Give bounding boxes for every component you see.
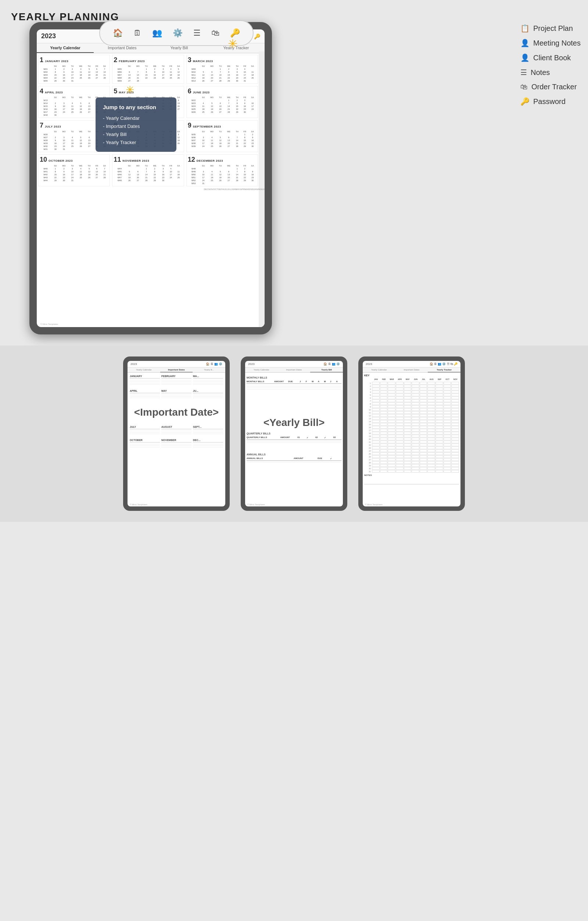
day-cell: 6: [85, 136, 93, 139]
day-cell: 25: [69, 111, 77, 114]
day-cell: 21: [143, 176, 150, 179]
week-label: W12: [188, 76, 200, 80]
index-label-jul[interactable]: JUL: [227, 187, 231, 191]
tab-yearly-calendar[interactable]: Yearly Calendar: [37, 43, 94, 53]
tracker-cell: [427, 385, 435, 387]
tracker-cell: [427, 458, 435, 461]
month-number: 12: [188, 156, 195, 164]
week-label: W48: [188, 167, 200, 170]
sidebar-item-project-plan[interactable]: 📋 Project Plan: [520, 24, 581, 33]
week-label: W24: [188, 105, 200, 108]
small-tab-yearly-cal-tracker[interactable]: Yearly Calendar: [363, 368, 396, 372]
tracker-cell: [396, 435, 404, 437]
day-col-header: TH: [233, 130, 241, 133]
small-tab-imp-dates-tracker[interactable]: Important Dates: [396, 368, 428, 372]
tracker-cell: [372, 420, 380, 423]
sidebar-item-client-book[interactable]: 👤 Client Book: [520, 53, 581, 62]
index-label-aug[interactable]: AUG: [222, 187, 227, 191]
week-row: W4322232425262728: [40, 176, 108, 179]
tracker-cell: [404, 429, 412, 431]
month-header-3: 3MARCH 2023: [188, 56, 257, 64]
tracker-cell: [380, 411, 388, 414]
day-cell: 28: [134, 80, 143, 82]
index-label-mar[interactable]: MAR: [244, 187, 249, 191]
small-tab-yearly-cal-bill[interactable]: Yearly Calendar: [245, 368, 278, 372]
day-cell: [224, 182, 233, 185]
week-label: W09: [188, 68, 200, 70]
tracker-cell: [420, 452, 427, 455]
day-cell: 2: [51, 136, 60, 139]
small-tab-yearly-bill[interactable]: Yearly Bill: [310, 368, 343, 372]
week-col-header: [188, 65, 200, 68]
tracker-cell: [435, 470, 443, 473]
tracker-cell: [396, 441, 404, 443]
annual-bills-header: ANNUAL BILLS AMOUNT DUE ✓: [247, 456, 341, 461]
index-label-nov[interactable]: NOV: [208, 187, 213, 191]
tracker-row: 9: [364, 405, 459, 408]
tracker-cell: [443, 441, 451, 443]
tracker-cell: [451, 388, 459, 390]
tracker-cell: [443, 405, 451, 408]
index-label-oct[interactable]: OCT: [213, 187, 218, 191]
mino-label-imp: © Mino Templates: [130, 503, 147, 506]
shop-icon[interactable]: 🛍: [211, 28, 219, 38]
small-tab-imp-dates[interactable]: Important Dates: [160, 368, 193, 372]
day-cell: 27: [125, 80, 134, 82]
small-tab-yearly-bill-imp[interactable]: Yearly B...: [192, 368, 225, 372]
day-cell: 27: [85, 111, 93, 114]
month-block-12: 12DECEMBER 2023SUMOTUWETHFRSAW4812W49345…: [186, 155, 258, 186]
small-tab-yearly-cal-imp[interactable]: Yearly Calendar: [127, 368, 160, 372]
tracker-cell: [404, 402, 412, 405]
tracker-cell: [420, 414, 427, 417]
day-col-header: TU: [217, 96, 224, 99]
week-col-header: [114, 65, 125, 68]
day-cell: 24: [160, 76, 167, 80]
tracker-cell: [388, 449, 396, 452]
day-cell: 2: [248, 133, 257, 136]
small-tab-imp-dates-bill[interactable]: Important Dates: [278, 368, 311, 372]
small-tabs-bill: Yearly Calendar Important Dates Yearly B…: [245, 368, 343, 373]
index-label-jun[interactable]: JUN: [231, 187, 236, 191]
index-label-jan[interactable]: JAN: [254, 187, 257, 191]
tracker-cell: [404, 382, 412, 384]
imp-col-apr-header: APRIL: [130, 390, 160, 393]
tracker-cell: [396, 429, 404, 431]
index-label-apr[interactable]: APR: [240, 187, 244, 191]
tracker-cell: [404, 420, 412, 423]
day-cell: [101, 179, 109, 182]
settings-icon[interactable]: ⚙️: [173, 28, 182, 38]
tracker-cell: [396, 452, 404, 455]
header-key-icon[interactable]: 🔑: [254, 33, 260, 39]
home-icon[interactable]: 🏠: [113, 28, 123, 38]
menu-icon[interactable]: ☰: [193, 28, 201, 38]
index-label-feb[interactable]: FEB: [249, 187, 254, 191]
tracker-aug: AUG: [428, 378, 435, 381]
day-cell: [248, 167, 257, 170]
week-label: W05: [40, 80, 51, 82]
sidebar-item-notes[interactable]: ☰ Notes: [520, 68, 581, 77]
day-cell: 20: [224, 142, 233, 145]
day-cell: 19: [85, 173, 93, 176]
people-icon[interactable]: 👥: [152, 28, 162, 38]
sidebar-item-meeting-notes[interactable]: 👤 Meeting Notes: [520, 39, 581, 47]
day-cell: 5: [76, 136, 85, 139]
day-cell: [85, 114, 93, 117]
calendar-icon[interactable]: 🗓: [134, 28, 142, 38]
index-label-dec[interactable]: DEC: [204, 187, 209, 191]
small-tab-yearly-tracker[interactable]: Yearly Tracker: [428, 368, 461, 372]
imp-col-aug-header: AUGUST: [161, 426, 191, 429]
day-cell: 2: [51, 102, 60, 105]
index-label-sep[interactable]: SEP: [218, 187, 222, 191]
tracker-jan: JAN: [372, 378, 380, 381]
tracker-cell: [443, 464, 451, 467]
sidebar-item-password[interactable]: 🔑 Password: [520, 97, 581, 106]
day-cell: 5: [200, 70, 208, 73]
tracker-cell: [451, 456, 459, 458]
week-label: W47: [114, 176, 125, 179]
index-label-may[interactable]: MAY: [235, 187, 240, 191]
bill-row: [247, 388, 341, 390]
sidebar-item-order-tracker[interactable]: 🛍 Order Tracker: [520, 83, 581, 91]
day-cell: 17: [200, 142, 208, 145]
week-label: W49: [188, 170, 200, 173]
day-cell: 14: [224, 105, 233, 108]
